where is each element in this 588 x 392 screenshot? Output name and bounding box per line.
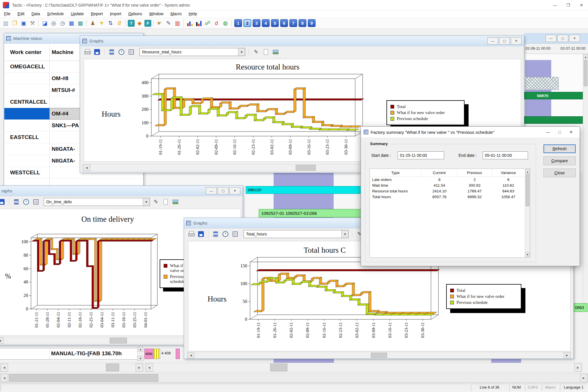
column-header[interactable]: Previous — [457, 169, 492, 177]
scroll-down-arrow[interactable]: ▼ — [138, 356, 143, 361]
graph-selector-dropdown[interactable]: On_time_deliv ▼ — [44, 198, 150, 206]
view-button-8[interactable]: 8 — [299, 19, 306, 27]
zoom-icon[interactable] — [50, 19, 58, 27]
filter-icon[interactable] — [98, 19, 106, 27]
open-folder-icon[interactable] — [11, 19, 19, 27]
scroll-up-arrow[interactable]: ▲ — [138, 347, 143, 352]
clock-icon[interactable] — [222, 230, 229, 238]
table-icon[interactable] — [67, 19, 76, 27]
graphs1-minimize-button[interactable]: — — [487, 37, 498, 45]
globe-icon[interactable] — [221, 19, 229, 27]
menu-window[interactable]: Window — [146, 10, 166, 18]
view-button-1[interactable]: 1 — [234, 19, 242, 27]
menu-file[interactable]: File — [1, 10, 13, 18]
menu-update[interactable]: Update — [68, 10, 87, 18]
graphs2-minimize-button[interactable]: — — [206, 187, 217, 194]
table-row[interactable]: Total hours 8057.78 6999.32 1058.47 — [370, 194, 525, 200]
users-icon[interactable] — [212, 19, 220, 27]
link-icon[interactable] — [204, 19, 212, 27]
scrollbar-thumb[interactable] — [526, 175, 529, 206]
graphs1-close-button[interactable]: ✕ — [511, 37, 522, 45]
tools-icon[interactable] — [28, 19, 36, 27]
gantt-task-bar[interactable] — [153, 349, 160, 359]
clock-icon[interactable] — [59, 19, 67, 27]
column-header-machine[interactable]: Machine — [52, 44, 74, 61]
pencil-icon[interactable] — [165, 19, 173, 27]
gantt-hatched-bar[interactable] — [525, 77, 559, 90]
gantt-task-bar[interactable] — [176, 349, 180, 359]
graphs1-maximize-button[interactable]: ▢ — [499, 37, 510, 45]
save-icon[interactable] — [20, 19, 28, 27]
table-row[interactable]: Wait time 411.54 300.92 110.62 — [370, 183, 525, 188]
view-button-5[interactable]: 5 — [271, 19, 279, 27]
graph-selector-dropdown[interactable]: Total_hours ▼ — [243, 230, 349, 238]
new-document-icon[interactable] — [2, 19, 10, 27]
scroll-left-arrow[interactable]: ◄ — [0, 337, 4, 344]
refresh-button[interactable]: Refresh — [543, 144, 576, 153]
letter-f-icon[interactable] — [144, 20, 151, 27]
report-icon[interactable] — [173, 19, 181, 27]
start-date-field[interactable]: 01-25-11 00:00 — [398, 151, 444, 159]
dialog-close-button[interactable]: ✕ — [565, 128, 577, 136]
column-header[interactable]: Type — [370, 169, 421, 177]
pointer-icon[interactable] — [156, 19, 164, 27]
dialog-maximize-button[interactable]: □ — [554, 128, 565, 136]
graphs3-hscrollbar[interactable]: ◄ ► — [187, 352, 571, 359]
scroll-left-arrow[interactable]: ◄ — [83, 165, 90, 171]
end-date-field[interactable]: 05-01-11 00:00 — [483, 151, 528, 159]
clock-icon[interactable] — [22, 198, 30, 206]
gantt-right-pane-hscrollbar[interactable]: ◄ ► — [145, 363, 582, 372]
save-icon[interactable] — [197, 230, 205, 238]
chevron-down-icon[interactable]: ▼ — [238, 48, 245, 56]
export-image-icon[interactable] — [272, 48, 279, 56]
gantt-task-bar[interactable]: 0863 — [574, 303, 587, 312]
gantt-titlebar[interactable]: — ▢ ✕ — [524, 33, 588, 44]
scroll-left-arrow[interactable]: ◄ — [187, 352, 194, 358]
column-header-work-center[interactable]: Work center — [10, 44, 41, 61]
scrollbar-thumb[interactable] — [110, 338, 127, 343]
scroll-left-arrow[interactable]: ◄ — [1, 374, 8, 382]
table-row[interactable]: Resource total hours 2414.10 1769.47 644… — [370, 188, 525, 194]
export-image-icon[interactable] — [172, 198, 179, 206]
grid-icon[interactable] — [32, 198, 40, 206]
view-button-6[interactable]: 6 — [280, 19, 288, 27]
navigate-back-icon[interactable] — [41, 19, 49, 27]
save-icon[interactable] — [93, 48, 101, 56]
line-chart-icon[interactable] — [195, 19, 203, 27]
view-button-2[interactable]: 2 — [243, 19, 251, 27]
scrollbar-thumb[interactable] — [371, 353, 387, 358]
gantt-vscrollbar[interactable]: ▲ — [583, 54, 588, 303]
scrollbar-thumb[interactable] — [584, 60, 587, 86]
save-icon[interactable] — [0, 198, 5, 206]
menu-report[interactable]: Report — [88, 10, 106, 18]
menu-help[interactable]: Help — [186, 10, 200, 18]
dialog-minimize-button[interactable]: — — [542, 128, 554, 136]
new-page-icon[interactable] — [262, 48, 270, 56]
graphs2-titlebar[interactable]: raphs — ▢ ✕ — [0, 186, 243, 196]
close-button[interactable]: Close — [543, 169, 576, 177]
scroll-right-arrow[interactable]: ► — [580, 374, 587, 382]
scrollbar-thumb[interactable] — [270, 364, 287, 371]
graphs2-maximize-button[interactable]: ▢ — [218, 187, 229, 194]
scrollbar-thumb[interactable] — [296, 165, 316, 171]
view-button-7[interactable]: 7 — [289, 19, 297, 27]
gantt-mini-vscrollbar[interactable]: ▲ ▼ — [137, 346, 144, 361]
chevron-down-icon[interactable]: ▼ — [143, 198, 150, 206]
gem-icon[interactable] — [136, 19, 144, 27]
scroll-down-arrow[interactable]: ▼ — [525, 252, 530, 257]
scroll-up-arrow[interactable]: ▲ — [525, 169, 530, 174]
chevron-down-icon[interactable]: ▼ — [341, 230, 348, 238]
gantt-task-bar[interactable]: 8961\20 — [246, 186, 362, 194]
graphs2-close-button[interactable]: ✕ — [229, 187, 240, 194]
grid-icon[interactable] — [127, 48, 135, 56]
column-header[interactable]: Current — [421, 169, 457, 177]
list-icon[interactable] — [13, 198, 20, 206]
letter-t-icon[interactable] — [128, 20, 135, 27]
edit-icon[interactable] — [252, 48, 260, 56]
edit-icon[interactable] — [152, 198, 160, 206]
table-vscrollbar[interactable]: ▲ ▼ — [525, 169, 530, 257]
app-maximize-button[interactable]: ❐ — [562, 0, 575, 10]
menu-macro[interactable]: Macro — [168, 10, 185, 18]
factory-summary-titlebar[interactable]: Factory summary "What if for new valve "… — [361, 127, 580, 138]
gantt-minimize-button[interactable]: — — [546, 35, 556, 42]
